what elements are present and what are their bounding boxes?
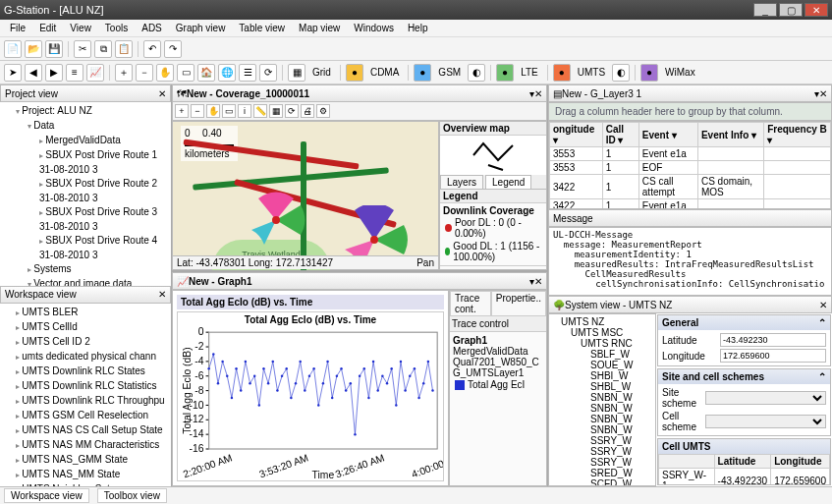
settings-icon[interactable]: ⚙ [316,104,330,118]
tab-layers[interactable]: Layers [440,175,483,189]
ruler-icon[interactable]: 📏 [253,104,267,118]
menu-mapview[interactable]: Map view [293,21,346,35]
longitude-field[interactable]: 172.659600 [720,349,826,363]
grid-header[interactable]: Event Info ▾ [697,123,763,147]
trace-item[interactable]: MergedValidData [453,346,543,357]
pan-icon[interactable]: ✋ [156,64,174,82]
message-body[interactable]: UL-DCCH-Message message: MeasurementRepo… [548,227,832,296]
toolbar-label-grid[interactable]: Grid [308,67,335,78]
tree-item[interactable]: SSRY_W [590,457,653,468]
toolbar-label-umts[interactable]: UMTS [574,67,609,78]
system-tree[interactable]: UMTS NZ UMTS MSC UMTS RNC SBLF_WSOUE_WSH… [548,313,656,486]
menu-graphview[interactable]: Graph view [170,21,232,35]
tree-item[interactable]: umts dedicated physical chann [16,350,167,364]
menu-file[interactable]: File [4,21,31,35]
group-by-bar[interactable]: Drag a column header here to group by th… [548,102,832,121]
lte-icon[interactable]: ● [496,64,514,82]
tree-item[interactable]: SBUX Post Drive Route 2 31-08-2010 3 [39,177,167,205]
tree-item[interactable]: UMTS Downlink RLC Statistics [16,379,167,394]
tree-item[interactable]: SBUX Post Drive Route 3 31-08-2010 3 [39,205,167,234]
layers-icon[interactable]: ☰ [239,64,256,82]
tree-item[interactable]: SHBI_W [590,370,653,381]
table-row[interactable]: 34221Event e1a [550,199,831,210]
print-icon[interactable]: 🖨 [301,104,314,118]
tree-item[interactable]: MergedValidData [39,134,167,148]
collapse-icon[interactable]: ⌃ [818,371,826,382]
layer3-grid[interactable]: ongitude ▾Call ID ▾Event ▾Event Info ▾Fr… [549,122,831,209]
maximize-button[interactable]: ▢ [779,3,803,17]
wimax-icon[interactable]: ● [640,64,658,82]
tab-legend[interactable]: Legend [485,175,531,189]
toolbar-label-wimax[interactable]: WiMax [661,67,699,78]
tree-item[interactable]: UMTS Downlink RLC Throughpu [16,394,167,409]
tree-item[interactable]: SOUE_W [590,360,653,370]
project-tree[interactable]: Project: ALU NZ Data MergedValidDataSBUX… [0,102,171,286]
umts-icon[interactable]: ● [553,64,571,82]
filter-icon[interactable]: ≡ [66,64,83,82]
tree-item[interactable]: UMTS Downlink RLC States [16,364,167,379]
close-icon[interactable]: ✕ [534,88,542,99]
cdma-icon[interactable]: ● [346,64,363,82]
grid-header[interactable]: Frequency B ▾ [764,123,831,147]
toolbar-label-gsm[interactable]: GSM [434,67,465,78]
minimize-button[interactable]: _ [753,3,777,17]
tree-item[interactable]: UMTS GSM Cell Reselection [16,409,167,423]
zoom-out-icon[interactable]: − [191,104,204,118]
statusbar-tab-workspace[interactable]: Workspace view [4,488,89,503]
umts2-icon[interactable]: ◐ [612,64,630,82]
collapse-icon[interactable]: ⌃ [818,317,826,328]
toolbar-label-lte[interactable]: LTE [517,67,542,78]
tree-item[interactable]: UMTS CellId [16,320,167,335]
menu-windows[interactable]: Windows [348,21,400,35]
table-row[interactable]: 34221CS call attemptCS domain, MOS [550,175,831,199]
grid-header[interactable]: Event ▾ [638,123,697,147]
gsm2-icon[interactable]: ◐ [468,64,485,82]
cell-umts-grid[interactable]: LatitudeLongitude SSRY_W-1-43.492230172.… [658,454,830,485]
overview-minimap[interactable] [440,136,546,175]
grid-header[interactable]: Call ID ▾ [602,123,638,147]
refresh-icon[interactable]: ⟳ [285,104,299,118]
statusbar-tab-toolbox[interactable]: Toolbox view [97,488,167,503]
arrow-icon[interactable]: ➤ [4,64,22,82]
grid-header[interactable]: Latitude [714,455,771,469]
map-canvas[interactable]: 0 0.40 kilometers Travis Wetland Heritag… [172,121,439,270]
tree-item[interactable]: SBUX Post Drive Route 4 31-08-2010 3 [39,234,167,262]
tree-item[interactable]: UMTS NAS_GMM State [16,453,167,468]
close-icon[interactable]: ✕ [819,300,827,310]
globe-icon[interactable]: 🌐 [218,64,236,82]
toolbar-label-cdma[interactable]: CDMA [366,67,403,78]
tree-item[interactable]: SRED_W [590,468,653,478]
tree-item[interactable]: SNBN_W [590,392,653,403]
zoom-in-icon[interactable]: ＋ [115,64,133,82]
cut-icon[interactable]: ✂ [74,40,91,58]
grid-icon[interactable]: ▦ [288,64,305,82]
workspace-tree[interactable]: UMTS BLERUMTS CellIdUMTS Cell ID 2umts d… [0,304,171,487]
cell-scheme-select[interactable] [705,415,826,428]
gsm-icon[interactable]: ● [414,64,431,82]
zoom-out-icon[interactable]: － [136,64,153,82]
menu-ads[interactable]: ADS [136,21,168,35]
site-scheme-select[interactable] [705,391,826,405]
tab-properties[interactable]: Propertie.. [491,291,546,315]
menu-help[interactable]: Help [402,21,434,35]
tree-item[interactable]: SCFD_W [590,478,653,486]
redo-icon[interactable]: ↷ [164,40,182,58]
tree-item[interactable]: SSRY_W [590,446,653,457]
pan-icon[interactable]: ✋ [206,104,220,118]
save-icon[interactable]: 💾 [45,40,63,58]
tab-trace-control[interactable]: Trace cont. [450,291,491,315]
tree-item[interactable]: UMTS BLER [16,306,167,320]
paste-icon[interactable]: 📋 [115,40,133,58]
grid-icon[interactable]: ▦ [269,104,283,118]
trace-item[interactable]: G_UMTSLayer1 [453,367,543,378]
tree-item[interactable]: UMTS NAS_MM State [16,468,167,482]
tree-item[interactable]: SNBN_W [590,403,653,414]
info-icon[interactable]: i [238,104,251,118]
select-icon[interactable]: ▭ [177,64,194,82]
tree-item[interactable]: UMTS Cell ID 2 [16,335,167,350]
menu-edit[interactable]: Edit [33,21,62,35]
chart-area[interactable]: Total Agg EcIo (dB) vs. Time 0-2-4-6-8-1… [177,311,444,481]
menu-tools[interactable]: Tools [99,21,134,35]
back-icon[interactable]: ◀ [25,64,42,82]
tree-item[interactable]: SNBN_W [590,414,653,424]
